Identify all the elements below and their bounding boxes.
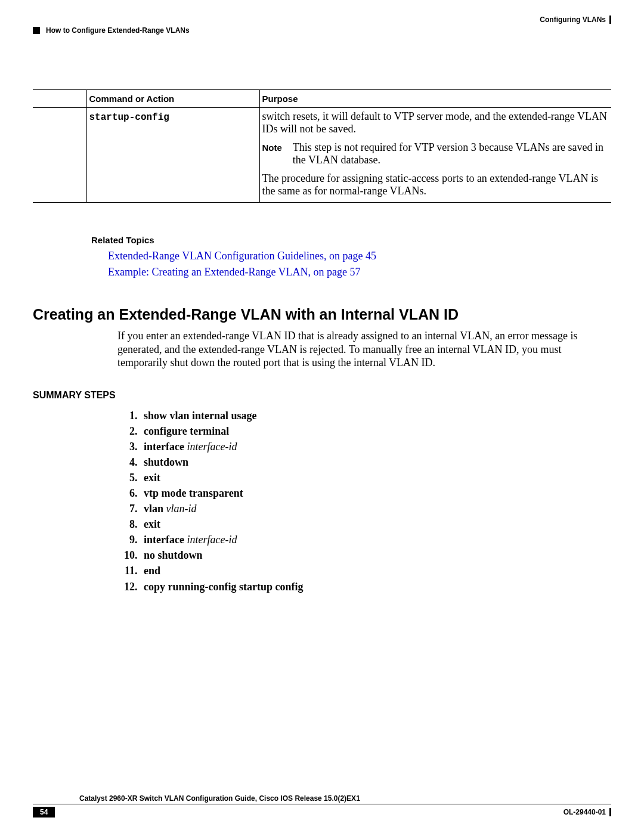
step-arg: vlan-id [166, 503, 197, 515]
table-header-step [33, 90, 86, 108]
accent-bar-icon [609, 808, 611, 816]
section-heading: Creating an Extended-Range VLAN with an … [33, 306, 611, 323]
chapter-title: Configuring VLANs [540, 16, 606, 24]
page-footer: Catalyst 2960-XR Switch VLAN Configurati… [33, 794, 611, 817]
header-right: Configuring VLANs [540, 16, 611, 24]
summary-steps-list: show vlan internal usage configure termi… [140, 408, 611, 594]
step-cmd: show vlan internal usage [144, 410, 257, 422]
main-content: Command or Action Purpose startup-config… [33, 89, 611, 594]
step-cmd: interface [144, 534, 187, 546]
command-purpose-table: Command or Action Purpose startup-config… [33, 89, 611, 203]
purpose-para-2: The procedure for assigning static-acces… [262, 172, 609, 197]
note-label: Note [262, 141, 282, 166]
step-cmd: copy running-config startup config [144, 581, 304, 593]
footer-right: OL-29440-01 [564, 808, 611, 816]
summary-steps-title: SUMMARY STEPS [33, 390, 611, 401]
footer-left: 54 [33, 807, 61, 817]
step-cmd: configure terminal [144, 425, 229, 437]
step-cmd: exit [144, 518, 160, 530]
note-text: This step is not required for VTP versio… [293, 141, 609, 166]
table-header-command: Command or Action [86, 90, 259, 108]
purpose-cell: switch resets, it will default to VTP se… [259, 108, 611, 203]
step-cmd: no shutdown [144, 549, 203, 561]
section-intro: If you enter an extended-range VLAN ID t… [117, 329, 611, 370]
purpose-para: switch resets, it will default to VTP se… [262, 110, 609, 135]
page-number-badge: 54 [33, 807, 55, 817]
command-cell: startup-config [86, 108, 259, 203]
page-header: Configuring VLANs How to Configure Exten… [33, 16, 611, 35]
list-item: copy running-config startup config [140, 579, 611, 594]
step-cell [33, 108, 86, 203]
header-left: How to Configure Extended-Range VLANs [33, 26, 190, 35]
step-arg: interface-id [187, 534, 237, 546]
list-item: interface interface-id [140, 532, 611, 547]
note-block: Note This step is not required for VTP v… [262, 141, 609, 166]
step-cmd: interface [144, 441, 187, 453]
section-title: How to Configure Extended-Range VLANs [46, 26, 190, 35]
footer-book-title: Catalyst 2960-XR Switch VLAN Configurati… [79, 794, 611, 803]
doc-id: OL-29440-01 [564, 808, 606, 816]
command-text: startup-config [89, 112, 169, 123]
step-cmd: end [144, 565, 160, 577]
footer-row: 54 OL-29440-01 [33, 807, 611, 817]
square-bullet-icon [33, 27, 40, 34]
step-arg: interface-id [187, 441, 237, 453]
list-item: interface interface-id [140, 439, 611, 454]
list-item: no shutdown [140, 547, 611, 563]
table-row: startup-config switch resets, it will de… [33, 108, 611, 203]
list-item: vtp mode transparent [140, 485, 611, 501]
table-header-purpose: Purpose [259, 90, 611, 108]
related-topics-title: Related Topics [91, 235, 611, 245]
related-link[interactable]: Extended-Range VLAN Configuration Guidel… [108, 250, 611, 262]
step-cmd: exit [144, 472, 160, 484]
list-item: end [140, 563, 611, 578]
list-item: shutdown [140, 454, 611, 470]
step-cmd: vtp mode transparent [144, 487, 243, 499]
list-item: exit [140, 516, 611, 532]
list-item: configure terminal [140, 423, 611, 439]
list-item: exit [140, 470, 611, 485]
step-cmd: vlan [144, 503, 166, 515]
related-topics: Related Topics Extended-Range VLAN Confi… [91, 235, 611, 278]
accent-bar-icon [609, 16, 611, 24]
step-cmd: shutdown [144, 456, 188, 468]
list-item: show vlan internal usage [140, 408, 611, 423]
related-link[interactable]: Example: Creating an Extended-Range VLAN… [108, 266, 611, 278]
footer-rule [33, 804, 611, 804]
list-item: vlan vlan-id [140, 501, 611, 516]
